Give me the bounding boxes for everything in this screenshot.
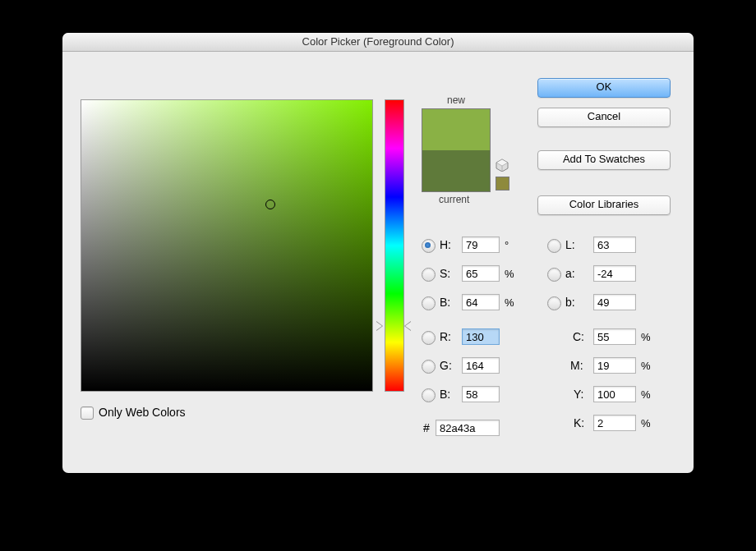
input-l[interactable]: [593, 236, 636, 253]
radio-g[interactable]: [422, 360, 436, 374]
unit-m: %: [641, 360, 651, 372]
input-m[interactable]: [593, 357, 636, 374]
input-hex[interactable]: [436, 420, 500, 436]
preview-current-color[interactable]: [422, 150, 490, 191]
hue-slider-thumb-left[interactable]: [376, 321, 383, 331]
preview-new-color: [422, 109, 490, 150]
unit-k: %: [641, 417, 651, 429]
label-l: L:: [565, 238, 575, 251]
color-libraries-button[interactable]: Color Libraries: [537, 195, 671, 215]
cancel-button[interactable]: Cancel: [537, 108, 671, 127]
window-content: new current OK Cancel Add To Swatches Co…: [62, 52, 694, 473]
label-m: M:: [570, 359, 583, 372]
input-b-lab[interactable]: [593, 294, 636, 310]
label-a: a:: [565, 267, 575, 280]
radio-h[interactable]: [422, 239, 436, 253]
color-field[interactable]: [81, 99, 373, 392]
radio-b-lab[interactable]: [547, 296, 561, 310]
hue-slider-thumb-right[interactable]: [404, 321, 411, 331]
unit-b-hsb: %: [505, 296, 514, 309]
input-r[interactable]: [462, 328, 500, 345]
label-h: H:: [440, 238, 451, 251]
unit-c: %: [641, 331, 651, 343]
unit-h: °: [505, 239, 509, 251]
only-web-colors-checkbox[interactable]: [81, 406, 94, 420]
label-s: S:: [440, 267, 450, 280]
input-b-hsb[interactable]: [462, 294, 500, 310]
hue-slider[interactable]: [385, 99, 404, 392]
radio-l[interactable]: [547, 239, 561, 253]
input-b-rgb[interactable]: [462, 386, 500, 402]
gamut-warning-icon[interactable]: [496, 158, 509, 172]
unit-y: %: [641, 388, 651, 401]
input-g[interactable]: [462, 357, 500, 374]
input-k[interactable]: [593, 415, 636, 431]
radio-s[interactable]: [422, 268, 436, 282]
label-g: G:: [440, 359, 452, 372]
label-c: C:: [573, 330, 584, 343]
color-picker-window: Color Picker (Foreground Color) new curr…: [62, 33, 694, 473]
label-hex: #: [423, 421, 430, 434]
input-s[interactable]: [462, 265, 500, 282]
gamut-swatch-icon[interactable]: [496, 177, 509, 191]
label-r: R:: [440, 330, 451, 343]
preview-new-label: new: [447, 94, 465, 106]
input-c[interactable]: [593, 328, 636, 345]
radio-r[interactable]: [422, 331, 436, 345]
label-b-lab: b:: [565, 296, 575, 309]
input-a[interactable]: [593, 265, 636, 282]
unit-s: %: [505, 268, 514, 280]
only-web-colors-label: Only Web Colors: [99, 406, 186, 419]
radio-b-hsb[interactable]: [422, 296, 436, 310]
color-field-cursor[interactable]: [265, 200, 275, 209]
input-h[interactable]: [462, 236, 500, 253]
input-y[interactable]: [593, 386, 636, 402]
preview-current-label: current: [439, 194, 469, 205]
window-title: Color Picker (Foreground Color): [62, 33, 694, 52]
add-to-swatches-button[interactable]: Add To Swatches: [537, 150, 671, 170]
color-preview: [422, 108, 491, 192]
ok-button[interactable]: OK: [537, 78, 671, 98]
label-y: Y:: [574, 388, 583, 401]
radio-a[interactable]: [547, 268, 561, 282]
radio-b-rgb[interactable]: [422, 388, 436, 402]
label-k: K:: [574, 416, 584, 429]
label-b-rgb: B:: [440, 388, 450, 401]
label-b-hsb: B:: [440, 296, 450, 309]
